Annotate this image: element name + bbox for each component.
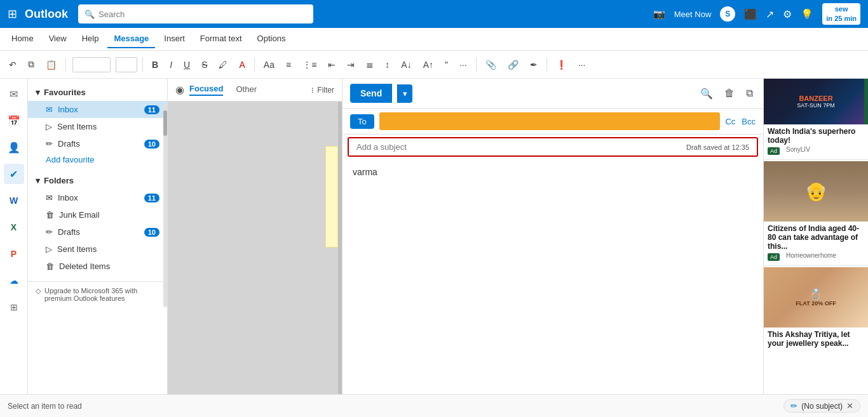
filter-button[interactable]: ⫶ Filter (311, 86, 334, 95)
grow-font-button[interactable]: A↑ (419, 57, 437, 72)
shrink-font-button[interactable]: A↓ (397, 57, 415, 72)
help-icon[interactable]: 💡 (801, 8, 813, 20)
bullet-list-button[interactable]: ≡ (282, 57, 295, 72)
office-icon[interactable]: ⬛ (744, 8, 757, 20)
mail-list-scrollbar[interactable] (338, 102, 342, 394)
sidebar-people-icon[interactable]: 👤 (4, 137, 24, 157)
folders-header[interactable]: ▾ Folders (28, 172, 167, 189)
zoom-button[interactable]: 🔍 (698, 85, 715, 102)
folder-item-junk[interactable]: 🗑 Junk Email (28, 206, 167, 223)
bcc-button[interactable]: Bcc (742, 117, 756, 126)
indent-inc-button[interactable]: ⇥ (343, 57, 358, 72)
sidebar-mail-icon[interactable]: ✉ (4, 84, 24, 104)
signature-button[interactable]: ✒ (526, 57, 541, 72)
popout-button[interactable]: ⧉ (743, 85, 756, 102)
tab-format-text[interactable]: Format text (194, 30, 248, 48)
underline-button[interactable]: U (180, 57, 194, 72)
tab-help[interactable]: Help (76, 30, 105, 48)
add-favourite-link[interactable]: Add favourite (28, 152, 167, 167)
filter-circle-icon: ◉ (175, 84, 184, 96)
numbered-list-button[interactable]: ⋮≡ (299, 57, 320, 72)
tab-focused[interactable]: Focused (189, 84, 223, 96)
tab-other[interactable]: Other (236, 84, 257, 95)
highlight-button[interactable]: 🖊 (215, 57, 231, 72)
link-button[interactable]: 🔗 (504, 57, 522, 72)
send-dropdown[interactable]: ▾ (397, 84, 412, 103)
folder-item-inbox[interactable]: ✉ Inbox 11 (28, 189, 167, 206)
to-input-area[interactable] (379, 112, 721, 130)
copy-button[interactable]: ⧉ (24, 56, 38, 72)
sidebar-calendar-icon[interactable]: 📅 (4, 110, 24, 131)
sidebar-excel-icon[interactable]: X (4, 217, 24, 237)
sidebar-onedrive-icon[interactable]: ☁ (4, 270, 24, 291)
folder-item-drafts[interactable]: ✏ Drafts 10 (28, 223, 167, 241)
quote-button[interactable]: " (441, 57, 452, 72)
paste-button[interactable]: 📋 (42, 57, 60, 72)
strikethrough-button[interactable]: S (198, 57, 211, 72)
ad-2-image[interactable]: 👴 (764, 161, 868, 222)
font-family-input[interactable] (72, 57, 111, 72)
grid-icon[interactable]: ⊞ (8, 7, 17, 21)
ad-3-title: This Akshay Tritiya, let your jewellery … (764, 328, 868, 349)
subject-input[interactable] (356, 142, 681, 152)
diamond-icon: ◇ (36, 287, 41, 295)
skype-icon[interactable]: S (720, 6, 735, 22)
tab-view[interactable]: View (43, 30, 73, 48)
more-format-button[interactable]: ··· (456, 57, 471, 72)
inbox-icon: ✉ (46, 193, 53, 202)
align-button[interactable]: ≣ (362, 57, 377, 72)
cc-button[interactable]: Cc (725, 117, 735, 126)
format-change-button[interactable]: Aa (260, 57, 278, 72)
close-draft-button[interactable]: ✕ (846, 401, 853, 411)
sidebar-powerpoint-icon[interactable]: P (4, 244, 24, 264)
favourites-header[interactable]: ▾ Favourites (28, 84, 167, 101)
deleted-icon: 🗑 (46, 261, 54, 271)
bold-button[interactable]: B (148, 57, 162, 72)
tab-insert[interactable]: Insert (158, 30, 191, 48)
tab-message[interactable]: Message (107, 30, 155, 48)
attach-button[interactable]: 📎 (482, 57, 500, 72)
favourites-label: Favourites (44, 88, 86, 97)
sidebar-word-icon[interactable]: W (4, 190, 24, 211)
pencil-icon: ✏ (790, 401, 797, 411)
sent-icon-fav: ▷ (46, 122, 52, 131)
font-size-input[interactable] (116, 57, 137, 72)
folder-scrollbar[interactable] (163, 104, 167, 307)
meet-now-label[interactable]: Meet Now (674, 10, 712, 19)
main-layout: ✉ 📅 👤 ✔ W X P ☁ ⊞ ▾ Favourites ✉ Inbox 1… (0, 79, 868, 394)
folder-item-sent-fav[interactable]: ▷ Sent Items (28, 118, 167, 135)
sidebar-apps-icon[interactable]: ⊞ (4, 297, 24, 317)
share-icon[interactable]: ↗ (766, 8, 774, 20)
search-icon: 🔍 (85, 10, 95, 19)
tab-home[interactable]: Home (5, 30, 40, 48)
send-button[interactable]: Send (350, 84, 392, 103)
folder-item-sent[interactable]: ▷ Sent Items (28, 241, 167, 258)
folder-item-deleted[interactable]: 🗑 Deleted Items (28, 258, 167, 275)
no-subject-text: (No subject) (801, 402, 843, 411)
importance-button[interactable]: ❗ (552, 57, 571, 72)
folder-item-drafts-fav[interactable]: ✏ Drafts 10 (28, 135, 167, 152)
search-input[interactable] (98, 10, 307, 19)
ad-panel: BANZEER SAT-SUN 7PM Watch India's superh… (763, 79, 868, 394)
cc-bcc-buttons: Cc Bcc (725, 117, 756, 126)
sidebar-tasks-icon[interactable]: ✔ (4, 164, 24, 184)
to-button[interactable]: To (350, 114, 374, 129)
ad-separator-2 (764, 265, 868, 266)
italic-button[interactable]: I (166, 57, 176, 72)
compose-body[interactable]: varma (342, 159, 763, 394)
drafts-badge: 10 (144, 228, 159, 237)
folder-item-inbox-fav[interactable]: ✉ Inbox 11 (28, 101, 167, 118)
more-button[interactable]: ··· (574, 57, 590, 72)
delete-button[interactable]: 🗑 (722, 85, 737, 102)
ad-3-image[interactable]: 💍 FLAT 20% OFF (764, 267, 868, 328)
upgrade-text: Upgrade to Microsoft 365 with premium Ou… (44, 287, 159, 302)
ad-1-image[interactable]: BANZEER SAT-SUN 7PM (764, 79, 868, 124)
settings-icon[interactable]: ⚙ (783, 8, 792, 20)
indent-dec-button[interactable]: ⇤ (324, 57, 339, 72)
ad-1-label: Ad (768, 147, 780, 155)
search-bar[interactable]: 🔍 (78, 4, 313, 23)
tab-options[interactable]: Options (251, 30, 292, 48)
font-color-button[interactable]: A (235, 57, 248, 72)
undo-button[interactable]: ↶ (5, 57, 20, 72)
line-spacing-button[interactable]: ↕ (381, 57, 393, 72)
